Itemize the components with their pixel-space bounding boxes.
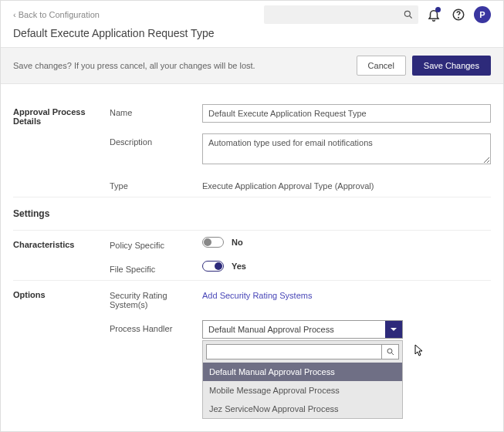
back-link[interactable]: ‹ Back to Configuration (13, 10, 100, 19)
help-button[interactable] (449, 5, 468, 24)
process-handler-dropdown-panel: Default Manual Approval Process Mobile M… (202, 340, 403, 419)
policy-specific-label: Policy Specific (110, 237, 202, 250)
svg-line-5 (391, 353, 394, 356)
section-heading-settings: Settings (13, 197, 491, 231)
back-link-text: Back to Configuration (19, 10, 100, 19)
user-avatar[interactable]: P (474, 6, 491, 23)
file-specific-toggle[interactable] (202, 261, 224, 272)
dropdown-search-button[interactable] (382, 344, 399, 359)
section-heading-options: Options (13, 287, 110, 299)
dropdown-option[interactable]: Jez ServiceNow Approval Process (203, 400, 402, 418)
cancel-button[interactable]: Cancel (357, 56, 406, 76)
svg-point-3 (458, 17, 459, 18)
process-handler-selected: Default Manual Approval Process (203, 321, 385, 338)
chevron-left-icon: ‹ (13, 10, 16, 19)
process-handler-dropdown[interactable]: Default Manual Approval Process (202, 320, 403, 339)
svg-line-1 (410, 16, 412, 19)
section-heading-characteristics: Characteristics (13, 237, 110, 249)
notifications-button[interactable] (425, 5, 443, 24)
notification-dot (435, 7, 441, 12)
cursor-icon (411, 343, 426, 363)
save-button[interactable]: Save Changes (412, 56, 491, 76)
type-value: Execute Application Approval Type (Appro… (202, 177, 491, 191)
search-icon (403, 9, 414, 20)
process-handler-label: Process Handler (110, 320, 202, 333)
add-security-rating-link[interactable]: Add Security Rating Systems (202, 287, 312, 300)
caret-down-icon (390, 326, 397, 333)
type-label: Type (110, 177, 202, 191)
search-icon (386, 347, 395, 356)
dropdown-option[interactable]: Default Manual Approval Process (203, 363, 402, 381)
file-specific-label: File Specific (110, 261, 202, 274)
dropdown-option[interactable]: Mobile Message Approval Process (203, 381, 402, 400)
save-changes-bar: Save changes? If you press cancel, all y… (1, 47, 503, 84)
policy-specific-value: No (232, 238, 243, 247)
save-bar-message: Save changes? If you press cancel, all y… (13, 61, 350, 70)
file-specific-value: Yes (232, 262, 246, 271)
section-heading-approval: Approval Process Details (13, 104, 110, 126)
svg-point-4 (387, 349, 392, 353)
global-search-input[interactable] (264, 5, 418, 24)
page-title: Default Execute Application Request Type (1, 27, 503, 47)
name-label: Name (110, 104, 202, 117)
help-icon (452, 8, 465, 22)
dropdown-search-input[interactable] (206, 344, 382, 359)
description-textarea[interactable] (202, 133, 491, 164)
svg-point-0 (404, 11, 410, 16)
security-rating-label: Security Rating System(s) (110, 287, 202, 309)
name-input[interactable] (202, 104, 491, 123)
policy-specific-toggle[interactable] (202, 237, 224, 248)
dropdown-toggle-button[interactable] (385, 321, 402, 338)
description-label: Description (110, 133, 202, 147)
